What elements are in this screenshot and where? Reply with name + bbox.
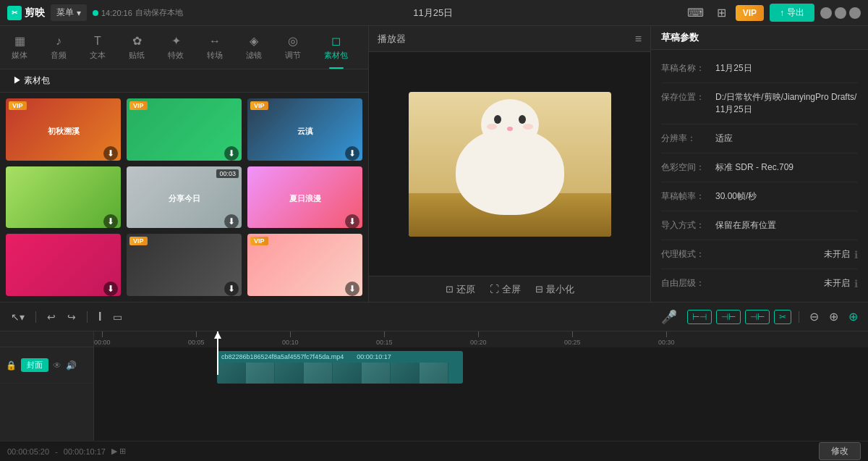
status-right: 修改 — [819, 442, 861, 460]
tab-icon-sticker: ✿ — [132, 34, 142, 48]
video-track[interactable]: cb82286b186524f8a5af4557fc7f45da.mp4 00:… — [217, 351, 463, 384]
prop-row-4: 草稿帧率：30.00帧/秒 — [651, 185, 868, 208]
info-icon-0[interactable]: ℹ — [854, 249, 858, 261]
media-card-7[interactable]: ⬇ — [6, 234, 121, 296]
tab-icon-filter: ◈ — [250, 34, 258, 48]
tab-sticker[interactable]: ✿贴纸 — [117, 26, 156, 69]
tab-transition[interactable]: ↔转场 — [195, 26, 234, 69]
mic-button[interactable]: 🎤 — [661, 309, 677, 325]
layout-icon-btn[interactable]: ⊞ — [713, 4, 730, 21]
cursor-tool-button[interactable]: I — [95, 308, 105, 326]
media-card-6[interactable]: 夏日浪漫⬇夏日浪漫｜片头 — [247, 166, 362, 229]
zoom-in-button[interactable]: ⊕ — [826, 308, 841, 325]
maximize-window-button[interactable] — [835, 7, 846, 19]
track-lock-icon[interactable]: 🔒 — [6, 360, 17, 371]
media-thumb-4: ⬇ — [6, 166, 121, 229]
media-card-4[interactable]: ⬇绿白格纹手绘-标题 — [6, 166, 121, 229]
tracks-content: cb82286b186524f8a5af4557fc7f45da.mp4 00:… — [94, 347, 868, 391]
player-title: 播放器 — [378, 33, 406, 46]
player-menu-icon[interactable]: ≡ — [635, 33, 642, 46]
tab-effect[interactable]: ✦特效 — [156, 26, 195, 69]
media-card-3[interactable]: 云滇VIP⬇国风标题｜片头 — [247, 98, 362, 161]
prop-value-5: 保留在原有位置 — [715, 219, 858, 232]
track-cover-label: 封面 — [21, 358, 48, 372]
media-card-1[interactable]: 初秋溯溪VIP⬇初秋溯溪 — [6, 98, 121, 161]
timeline-toolbar: ↖▾ ↩ ↪ I ▭ 🎤 ⊢⊣ ⊣⊢ ⊣⊢ ✂ ⊖ ⊕ ⊕ — [0, 303, 868, 331]
media-card-9[interactable]: VIP⬇ — [247, 234, 362, 296]
top-bar-left: ✂ 剪映 菜单 ▾ 14:20:16 自动保存本地 — [7, 4, 183, 21]
media-card-2[interactable]: VIP⬇博主名字｜户外 — [127, 98, 242, 161]
download-icon-5[interactable]: ⬇ — [224, 214, 239, 229]
menu-button[interactable]: 菜单 ▾ — [51, 4, 87, 21]
export-button[interactable]: ↑ 导出 — [770, 4, 814, 22]
select-tool-button[interactable]: ↖▾ — [7, 309, 28, 325]
prop-value-4: 30.00帧/秒 — [715, 190, 858, 203]
toggle-row-0: 代理模式：未开启ℹ — [651, 243, 868, 266]
cat-eye-left — [494, 115, 501, 124]
tab-label-effect: 特效 — [168, 50, 184, 61]
media-card-5[interactable]: 分享今日00:03⬇分享今日｜片头 — [127, 166, 242, 229]
tab-icon-assets: ◻ — [331, 34, 341, 48]
prop-row-1: 保存位置：D:/日常软件/剪映/JianyingPro Drafts/11月25… — [651, 86, 868, 121]
rect-tool-button[interactable]: ▭ — [109, 309, 126, 325]
track-audio-icon[interactable]: 🔊 — [66, 360, 77, 371]
fullscreen-button[interactable]: ⛶ 全屏 — [490, 283, 521, 296]
tab-label-assets: 素材包 — [324, 50, 348, 61]
join-button[interactable]: ⊣⊢ — [745, 310, 770, 324]
prop-row-2: 分辨率：适应 — [651, 127, 868, 150]
track-thumb-7 — [420, 363, 448, 384]
ruler-tick-00:30: 00:30 — [658, 331, 675, 347]
cut-button[interactable]: ✂ — [774, 310, 791, 324]
main-area: ▦媒体♪音频T文本✿贴纸✦特效↔转场◈滤镜◎调节◻素材包 ▶ 素材包 初秋溯溪V… — [0, 26, 868, 302]
secondary-nav-assets[interactable]: ▶ 素材包 — [7, 75, 56, 87]
tab-assets[interactable]: ◻素材包 — [312, 26, 359, 69]
restore-button[interactable]: ⊡ 还原 — [446, 283, 475, 296]
fit-button[interactable]: ⊕ — [846, 308, 861, 325]
download-icon-2[interactable]: ⬇ — [224, 146, 239, 161]
download-icon-8[interactable]: ⬇ — [224, 282, 239, 296]
timeline-right-tools: 🎤 ⊢⊣ ⊣⊢ ⊣⊢ ✂ ⊖ ⊕ ⊕ — [661, 308, 861, 325]
track-thumb-0 — [217, 363, 246, 384]
download-icon-7[interactable]: ⬇ — [103, 282, 118, 296]
prop-label-1: 保存位置： — [661, 91, 715, 103]
download-icon-4[interactable]: ⬇ — [103, 214, 118, 229]
prop-label-2: 分辨率： — [661, 132, 715, 145]
download-icon-9[interactable]: ⬇ — [345, 282, 359, 296]
track-eye-icon[interactable]: 👁 — [53, 360, 61, 371]
minimize-window-button[interactable] — [820, 7, 832, 19]
undo-button[interactable]: ↩ — [43, 309, 59, 325]
track-thumb-1 — [246, 363, 275, 384]
track-thumb-2 — [275, 363, 304, 384]
download-icon-1[interactable]: ⬇ — [103, 146, 118, 161]
prop-value-2: 适应 — [715, 132, 858, 145]
status-time-left: 00:00:05:20 — [7, 447, 49, 456]
tab-audio[interactable]: ♪音频 — [39, 26, 78, 69]
split-button-2[interactable]: ⊣⊢ — [716, 310, 741, 324]
tool-divider-3 — [799, 311, 799, 323]
tab-media[interactable]: ▦媒体 — [0, 26, 39, 69]
tab-adjust[interactable]: ◎调节 — [273, 26, 312, 69]
player-video — [369, 52, 650, 276]
modify-button[interactable]: 修改 — [819, 442, 861, 460]
info-icon-1[interactable]: ℹ — [854, 278, 858, 289]
tab-filter[interactable]: ◈滤镜 — [234, 26, 273, 69]
track-label-empty — [0, 331, 93, 347]
tab-text[interactable]: T文本 — [78, 26, 117, 69]
minimize-player-button[interactable]: ⊟ 最小化 — [535, 283, 574, 296]
track-thumb-5 — [362, 363, 391, 384]
download-icon-3[interactable]: ⬇ — [345, 146, 359, 161]
redo-button[interactable]: ↪ — [64, 309, 80, 325]
close-window-button[interactable] — [849, 7, 861, 19]
tab-label-sticker: 贴纸 — [129, 50, 145, 61]
player-content — [369, 52, 650, 276]
download-icon-6[interactable]: ⬇ — [345, 214, 359, 229]
split-button-1[interactable]: ⊢⊣ — [687, 310, 712, 324]
vip-badge-2: VIP — [129, 101, 148, 110]
vip-button[interactable]: VIP — [736, 5, 764, 21]
status-left: 00:00:05:20 - 00:00:10:17 ▶ ⊞ — [7, 447, 126, 456]
media-card-8[interactable]: VIP⬇ — [127, 234, 242, 296]
tab-label-transition: 转场 — [207, 50, 223, 61]
cat-cheek-left — [487, 124, 497, 130]
zoom-out-button[interactable]: ⊖ — [807, 308, 822, 325]
keyboard-icon-btn[interactable]: ⌨ — [684, 4, 707, 21]
